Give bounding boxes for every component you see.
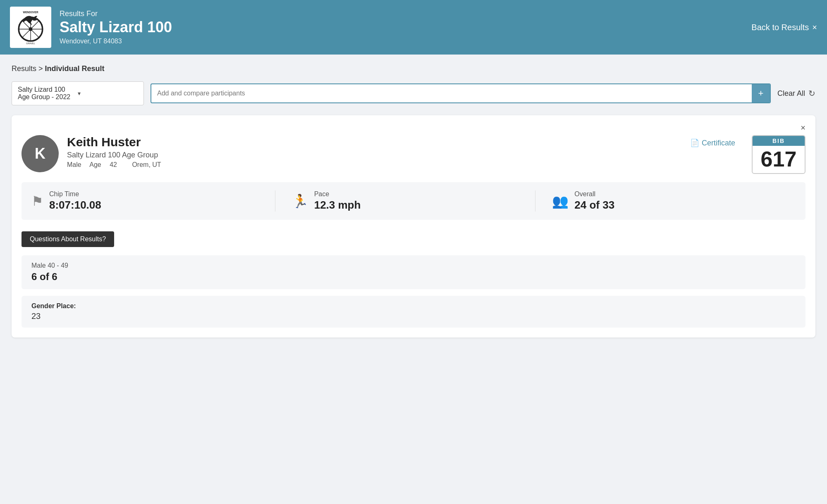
age-group-label: Male 40 - 49 <box>31 262 796 269</box>
main-content: Results > Individual Result Salty Lizard… <box>0 55 827 347</box>
age-group-value: 6 of 6 <box>31 271 796 283</box>
event-dropdown[interactable]: Salty Lizard 100 Age Group - 2022 ▾ <box>12 81 144 105</box>
clear-all-area[interactable]: Clear All ↻ <box>777 88 815 98</box>
stats-row: ⚑ Chip Time 8:07:10.08 🏃 Pace 12.3 mph 👥… <box>22 182 805 220</box>
bib-number: 617 <box>753 146 805 173</box>
results-for-label: Results For <box>60 10 172 18</box>
chip-time-stat: ⚑ Chip Time 8:07:10.08 <box>31 190 275 212</box>
header-title-area: Results For Salty Lizard 100 Wendover, U… <box>60 10 172 45</box>
event-location: Wendover, UT 84083 <box>60 38 172 45</box>
svg-line-7 <box>31 29 39 38</box>
svg-text:WENDOVER: WENDOVER <box>23 11 38 14</box>
page-header: WENDOVER GRAVEL Results For Salty Lizard… <box>0 0 827 55</box>
refresh-icon[interactable]: ↻ <box>808 88 815 98</box>
age-group-box: Male 40 - 49 6 of 6 <box>22 255 805 289</box>
participant-details: Male Age 42 Orem, UT <box>67 161 682 169</box>
participant-event: Salty Lizard 100 Age Group <box>67 151 682 159</box>
questions-button[interactable]: Questions About Results? <box>22 231 114 247</box>
compare-input-wrapper: + <box>151 83 771 103</box>
header-left: WENDOVER GRAVEL Results For Salty Lizard… <box>10 7 172 48</box>
gender-place-value: 23 <box>31 311 796 321</box>
card-close-button[interactable]: × <box>801 124 805 132</box>
chevron-down-icon: ▾ <box>78 90 138 97</box>
svg-text:GRAVEL: GRAVEL <box>26 42 35 45</box>
event-name-heading: Salty Lizard 100 <box>60 18 172 36</box>
header-right: 📄 Certificate BIB 617 <box>690 135 805 174</box>
compare-input[interactable] <box>151 86 752 101</box>
pace-stat: 🏃 Pace 12.3 mph <box>275 190 535 212</box>
participant-info: Keith Huster Salty Lizard 100 Age Group … <box>67 135 682 169</box>
card-close-row: × <box>22 124 805 132</box>
certificate-link[interactable]: 📄 Certificate <box>690 138 735 147</box>
certificate-icon: 📄 <box>690 138 699 147</box>
result-card: × K Keith Huster Salty Lizard 100 Age Gr… <box>12 115 815 338</box>
participant-header: K Keith Huster Salty Lizard 100 Age Grou… <box>22 135 805 174</box>
pace-icon: 🏃 <box>292 193 308 209</box>
close-icon: × <box>812 23 817 32</box>
clear-all-button[interactable]: Clear All <box>777 89 805 98</box>
participant-name: Keith Huster <box>67 135 682 149</box>
back-to-results-button[interactable]: Back to Results × <box>751 23 817 32</box>
gender-place-label: Gender Place: <box>31 302 796 310</box>
avatar: K <box>22 135 59 172</box>
add-participant-button[interactable]: + <box>752 84 770 102</box>
filter-bar: Salty Lizard 100 Age Group - 2022 ▾ + Cl… <box>12 81 815 105</box>
event-logo: WENDOVER GRAVEL <box>10 7 51 48</box>
bib-box: BIB 617 <box>752 135 805 174</box>
gender-place-box: Gender Place: 23 <box>22 296 805 328</box>
flag-icon: ⚑ <box>31 193 43 209</box>
overall-stat: 👥 Overall 24 of 33 <box>535 190 796 212</box>
bib-label: BIB <box>753 136 805 146</box>
group-icon: 👥 <box>552 193 569 209</box>
svg-line-9 <box>22 29 31 38</box>
svg-line-8 <box>31 21 39 29</box>
breadcrumb: Results > Individual Result <box>12 64 815 73</box>
